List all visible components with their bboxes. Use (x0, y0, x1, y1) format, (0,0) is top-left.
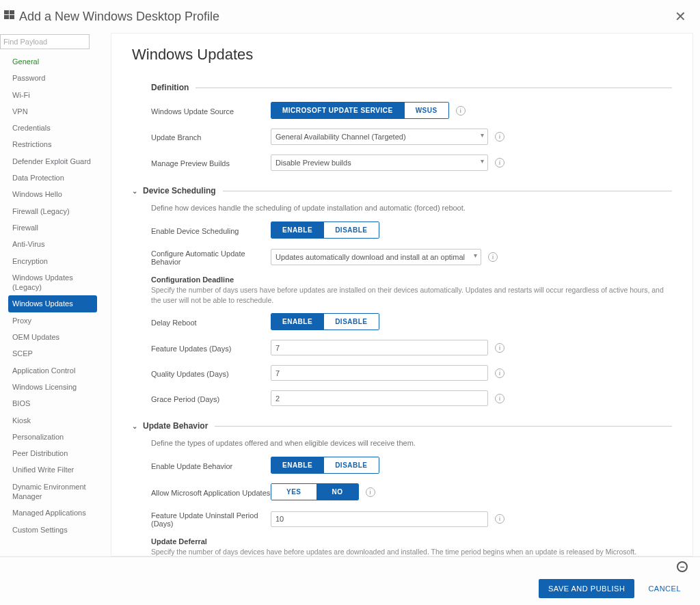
footer: – SAVE AND PUBLISH CANCEL (0, 556, 700, 605)
modal-header: Add a New Windows Desktop Profile ✕ (0, 0, 700, 27)
sidebar-item[interactable]: Windows Updates (8, 295, 97, 312)
sidebar-item[interactable]: Kiosk (0, 412, 104, 429)
toggle-update-behavior[interactable]: ENABLE DISABLE (271, 457, 379, 474)
modal-title: Add a New Windows Desktop Profile (19, 10, 219, 24)
section-device-scheduling-header[interactable]: ⌄ Device Scheduling (132, 186, 672, 196)
sidebar-item[interactable]: Dynamic Environment Manager (0, 479, 104, 505)
sidebar-item[interactable]: SCEP (0, 345, 104, 362)
toggle-no[interactable]: NO (317, 484, 358, 500)
sidebar-item[interactable]: Proxy (0, 312, 104, 329)
cancel-button[interactable]: CANCEL (644, 584, 685, 593)
sidebar-item[interactable]: Wi-Fi (0, 87, 104, 103)
label-enable-update-behavior: Enable Update Behavior (151, 461, 271, 470)
page-title: Windows Updates (132, 46, 672, 64)
toggle-enable[interactable]: ENABLE (271, 222, 323, 238)
sidebar-item[interactable]: General (0, 53, 104, 70)
svg-rect-3 (10, 15, 14, 19)
sidebar-item[interactable]: Restrictions (0, 136, 104, 152)
toggle-update-source[interactable]: MICROSOFT UPDATE SERVICE WSUS (271, 102, 449, 119)
sidebar-nav: GeneralPasswordWi-FiVPNCredentialsRestri… (0, 53, 104, 538)
sidebar: GeneralPasswordWi-FiVPNCredentialsRestri… (0, 27, 104, 556)
toggle-disable[interactable]: DISABLE (323, 222, 378, 238)
sidebar-item[interactable]: VPN (0, 103, 104, 120)
sidebar-item[interactable]: BIOS (0, 395, 104, 412)
toggle-ms-update[interactable]: MICROSOFT UPDATE SERVICE (271, 103, 404, 118)
sidebar-item[interactable]: Password (0, 70, 104, 86)
info-icon[interactable]: i (495, 132, 504, 142)
subheading-update-deferral: Update Deferral (151, 537, 672, 546)
modal-body: GeneralPasswordWi-FiVPNCredentialsRestri… (0, 27, 700, 556)
section-title: Definition (151, 83, 189, 92)
section-definition-header: Definition (151, 83, 672, 92)
toggle-enable[interactable]: ENABLE (271, 457, 323, 473)
toggle-wsus[interactable]: WSUS (404, 103, 448, 118)
sidebar-item[interactable]: Custom Settings (0, 522, 104, 538)
toggle-disable[interactable]: DISABLE (323, 314, 378, 330)
section-description: Define the types of updates offered and … (151, 439, 672, 447)
info-icon[interactable]: i (495, 368, 504, 378)
toggle-disable[interactable]: DISABLE (323, 457, 378, 473)
sidebar-item[interactable]: Peer Distribution (0, 445, 104, 461)
toggle-yes[interactable]: YES (271, 484, 317, 500)
info-icon[interactable]: i (488, 252, 498, 262)
select-auto-update[interactable] (271, 249, 481, 265)
sidebar-item[interactable]: Anti-Virus (0, 236, 104, 252)
section-title: Device Scheduling (143, 186, 216, 196)
main-panel: Windows Updates Definition Windows Updat… (111, 33, 693, 556)
sidebar-item[interactable]: Windows Hello (0, 186, 104, 202)
toggle-delay-reboot[interactable]: ENABLE DISABLE (271, 313, 379, 330)
info-icon[interactable]: i (495, 394, 504, 403)
toggle-allow-ms-updates[interactable]: YES NO (271, 483, 359, 500)
sidebar-item[interactable]: Windows Licensing (0, 379, 104, 395)
toggle-enable[interactable]: ENABLE (271, 314, 323, 330)
sidebar-item[interactable]: Application Control (0, 362, 104, 379)
input-grace-period-days[interactable] (271, 390, 488, 406)
close-icon[interactable]: ✕ (669, 5, 692, 27)
save-and-publish-button[interactable]: SAVE AND PUBLISH (539, 579, 634, 598)
sidebar-item[interactable]: OEM Updates (0, 329, 104, 345)
input-uninstall-period-days[interactable] (271, 511, 488, 527)
svg-rect-2 (4, 15, 9, 19)
label-auto-update-behavior: Configure Automatic Update Behavior (151, 248, 271, 266)
sidebar-item[interactable]: Data Protection (0, 170, 104, 186)
subheading-config-deadline: Configuration Deadline (151, 275, 672, 284)
label-delay-reboot: Delay Reboot (151, 317, 271, 327)
label-quality-updates-days: Quality Updates (Days) (151, 368, 271, 378)
label-allow-ms-app-updates: Allow Microsoft Application Updates (151, 487, 271, 497)
chevron-down-icon: ⌄ (132, 422, 140, 430)
label-update-source: Windows Update Source (151, 106, 271, 116)
select-update-branch[interactable] (271, 129, 488, 145)
label-grace-period-days: Grace Period (Days) (151, 394, 271, 403)
windows-icon (4, 10, 15, 23)
info-icon[interactable]: i (495, 343, 504, 353)
info-icon[interactable]: i (366, 487, 375, 497)
toggle-device-scheduling[interactable]: ENABLE DISABLE (271, 221, 379, 239)
sidebar-item[interactable]: Firewall (0, 219, 104, 236)
info-icon[interactable]: i (495, 158, 504, 167)
label-preview-builds: Manage Preview Builds (151, 158, 271, 167)
label-update-branch: Update Branch (151, 132, 271, 142)
subdesc-update-deferral: Specify the number of days devices have … (151, 547, 671, 556)
sidebar-item[interactable]: Personalization (0, 429, 104, 445)
chevron-down-icon: ⌄ (132, 187, 140, 195)
subdesc-config-deadline: Specify the number of days users have be… (151, 285, 671, 305)
label-enable-device-scheduling: Enable Device Scheduling (151, 226, 271, 235)
select-preview-builds[interactable] (271, 154, 488, 171)
label-uninstall-period-days: Feature Update Uninstall Period (Days) (151, 510, 271, 528)
sidebar-item[interactable]: Unified Write Filter (0, 461, 104, 478)
section-title: Update Behavior (143, 421, 208, 431)
sidebar-item[interactable]: Firewall (Legacy) (0, 203, 104, 219)
sidebar-item[interactable]: Defender Exploit Guard (0, 153, 104, 170)
svg-rect-0 (4, 10, 9, 14)
info-icon[interactable]: i (456, 106, 466, 116)
sidebar-item[interactable]: Credentials (0, 120, 104, 136)
info-icon[interactable]: i (495, 514, 504, 524)
sidebar-item[interactable]: Managed Applications (0, 505, 104, 521)
input-quality-updates-days[interactable] (271, 365, 488, 381)
input-feature-updates-days[interactable] (271, 340, 488, 355)
sidebar-item[interactable]: Windows Updates (Legacy) (0, 269, 104, 296)
section-update-behavior-header[interactable]: ⌄ Update Behavior (132, 421, 672, 431)
sidebar-item[interactable]: Encryption (0, 253, 104, 269)
minimize-icon[interactable]: – (677, 561, 688, 572)
search-input[interactable] (0, 34, 90, 49)
